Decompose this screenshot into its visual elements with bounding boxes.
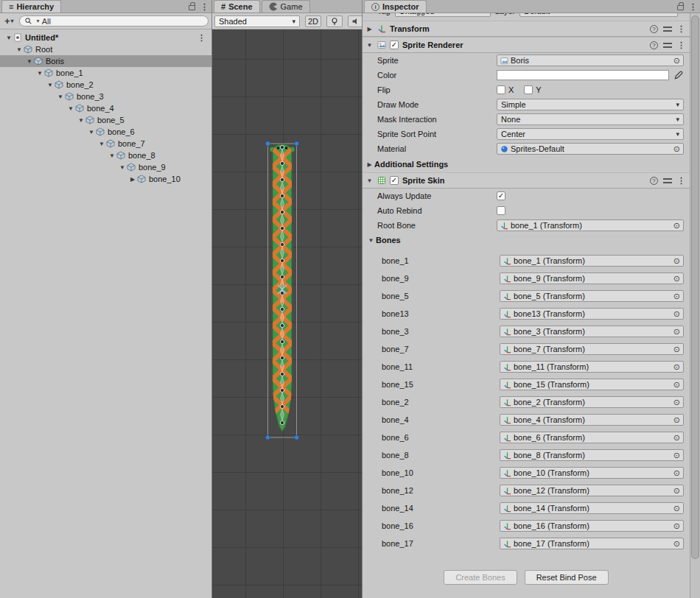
flip-y-checkbox[interactable] <box>524 85 533 94</box>
kebab-icon[interactable]: ⋮ <box>200 3 209 10</box>
bone-object-field[interactable]: bone_11 (Transform) ⊙ <box>500 361 684 373</box>
auto-rebind-checkbox[interactable] <box>497 206 505 215</box>
boris-snake-sprite[interactable] <box>264 138 301 442</box>
foldout-arrow-icon[interactable]: ▼ <box>97 141 106 147</box>
tab-inspector[interactable]: i Inspector <box>364 0 427 13</box>
foldout-arrow-icon[interactable]: ▼ <box>87 129 96 136</box>
material-object-field[interactable]: Sprites-Default ⊙ <box>497 143 684 155</box>
sprite-renderer-component-header[interactable]: ▼ ✓ Sprite Renderer ? ⋮ <box>363 37 690 53</box>
object-picker-icon[interactable]: ⊙ <box>673 415 680 425</box>
tree-row[interactable]: ▼ bone_6 <box>0 126 211 138</box>
object-picker-icon[interactable]: ⊙ <box>673 539 680 549</box>
bone-object-field[interactable]: bone_2 (Transform) ⊙ <box>500 396 684 408</box>
foldout-arrow-icon[interactable]: ▼ <box>77 117 85 124</box>
toggle-2d-button[interactable]: 2D <box>305 15 321 27</box>
component-enabled-checkbox[interactable]: ✓ <box>390 41 399 49</box>
tree-row[interactable]: ▼ bone_5 <box>0 114 211 126</box>
object-picker-icon[interactable]: ⊙ <box>673 309 680 319</box>
bone-object-field[interactable]: bone_4 (Transform) ⊙ <box>500 414 684 426</box>
lock-icon[interactable] <box>677 5 684 10</box>
kebab-icon[interactable]: ⋮ <box>689 3 697 10</box>
reset-bind-pose-button[interactable]: Reset Bind Pose <box>525 570 609 585</box>
foldout-arrow-icon[interactable]: ▼ <box>35 70 44 77</box>
create-object-button[interactable]: + ▾ <box>3 15 15 27</box>
eyedropper-icon[interactable] <box>673 70 684 80</box>
bone-object-field[interactable]: bone_9 (Transform) ⊙ <box>500 272 684 284</box>
sprite-object-field[interactable]: Boris ⊙ <box>497 54 684 66</box>
bone-object-field[interactable]: bone_17 (Transform) ⊙ <box>500 538 684 549</box>
object-picker-icon[interactable]: ⊙ <box>673 274 680 284</box>
presets-icon[interactable] <box>663 26 672 32</box>
transform-component-header[interactable]: ▶ Transform ? ⋮ <box>363 21 690 37</box>
scrollbar-thumb[interactable] <box>691 15 699 559</box>
object-picker-icon[interactable]: ⊙ <box>673 292 680 301</box>
shading-mode-dropdown[interactable]: Shaded ▾ <box>214 15 300 27</box>
presets-icon[interactable] <box>663 177 672 184</box>
foldout-arrow-icon[interactable]: ▼ <box>46 82 55 88</box>
tree-row[interactable]: ▼ bone_8 <box>0 150 211 161</box>
foldout-arrow-icon[interactable]: ▼ <box>4 35 13 41</box>
tree-row[interactable]: ▼ Root <box>0 43 211 55</box>
kebab-icon[interactable]: ⋮ <box>197 34 206 41</box>
sprite-sort-point-dropdown[interactable]: Center ▾ <box>497 128 684 140</box>
tree-row[interactable]: ▶ bone_10 <box>0 173 211 185</box>
tree-row[interactable]: ▼ bone_2 <box>0 79 211 91</box>
color-swatch[interactable] <box>497 70 669 80</box>
kebab-icon[interactable]: ⋮ <box>677 41 685 49</box>
tree-row-selected[interactable]: ▼ Boris <box>0 55 211 67</box>
component-enabled-checkbox[interactable]: ✓ <box>390 176 399 185</box>
bone-object-field[interactable]: bone_14 (Transform) ⊙ <box>500 502 684 514</box>
object-picker-icon[interactable]: ⊙ <box>673 256 680 266</box>
help-icon[interactable]: ? <box>650 177 658 185</box>
tag-dropdown[interactable]: Untagged ▾ <box>395 13 491 17</box>
object-picker-icon[interactable]: ⊙ <box>673 327 680 337</box>
foldout-arrow-icon[interactable]: ▼ <box>25 58 34 65</box>
object-picker-icon[interactable]: ⊙ <box>673 144 680 154</box>
presets-icon[interactable] <box>663 42 672 49</box>
bone-object-field[interactable]: bone_7 (Transform) ⊙ <box>500 343 684 355</box>
scene-viewport[interactable] <box>212 29 362 598</box>
sprite-skin-component-header[interactable]: ▼ ✓ Sprite Skin ? ⋮ <box>363 172 690 189</box>
foldout-arrow-icon[interactable]: ▶ <box>128 176 137 183</box>
create-bones-button[interactable]: Create Bones <box>444 570 517 585</box>
scene-audio-button[interactable] <box>348 15 362 27</box>
bone-object-field[interactable]: bone_16 (Transform) ⊙ <box>500 520 684 532</box>
object-picker-icon[interactable]: ⊙ <box>673 345 680 354</box>
foldout-arrow-icon[interactable]: ▶ <box>365 26 374 32</box>
bone-object-field[interactable]: bone_3 (Transform) ⊙ <box>500 326 684 337</box>
draw-mode-dropdown[interactable]: Simple ▾ <box>497 99 684 110</box>
object-picker-icon[interactable]: ⊙ <box>673 56 680 66</box>
layer-dropdown[interactable]: Default ▾ <box>519 13 678 17</box>
bone-object-field[interactable]: bone13 (Transform) ⊙ <box>500 308 684 320</box>
object-picker-icon[interactable]: ⊙ <box>673 468 680 478</box>
object-picker-icon[interactable]: ⊙ <box>673 521 680 531</box>
inspector-scrollbar[interactable] <box>690 13 700 598</box>
object-picker-icon[interactable]: ⊙ <box>673 362 680 372</box>
kebab-icon[interactable]: ⋮ <box>677 25 685 32</box>
additional-settings-foldout[interactable]: ▶ Additional Settings <box>363 156 690 172</box>
tree-row[interactable]: ▼ bone_1 <box>0 67 211 79</box>
bone-object-field[interactable]: bone_15 (Transform) ⊙ <box>500 379 684 390</box>
bone-object-field[interactable]: bone_6 (Transform) ⊙ <box>500 432 684 443</box>
bone-object-field[interactable]: bone_10 (Transform) ⊙ <box>500 467 684 479</box>
object-picker-icon[interactable]: ⊙ <box>673 380 680 390</box>
tree-row[interactable]: ▼ bone_7 <box>0 138 211 150</box>
object-picker-icon[interactable]: ⊙ <box>673 504 680 513</box>
bones-foldout[interactable]: ▼ Bones <box>363 233 690 247</box>
root-bone-object-field[interactable]: bone_1 (Transform) ⊙ <box>497 219 684 231</box>
foldout-arrow-icon[interactable]: ▼ <box>118 164 127 171</box>
kebab-icon[interactable]: ⋮ <box>677 177 685 184</box>
tab-scene[interactable]: # Scene <box>214 0 260 13</box>
foldout-arrow-icon[interactable]: ▼ <box>66 105 75 112</box>
tree-row[interactable]: ▼ bone_3 <box>0 91 211 102</box>
help-icon[interactable]: ? <box>650 41 658 49</box>
mask-interaction-dropdown[interactable]: None ▾ <box>497 113 684 125</box>
hierarchy-search-input[interactable]: ▾ All <box>19 15 209 27</box>
help-icon[interactable]: ? <box>650 25 658 33</box>
bone-object-field[interactable]: bone_12 (Transform) ⊙ <box>500 485 684 496</box>
bone-object-field[interactable]: bone_5 (Transform) ⊙ <box>500 290 684 302</box>
tree-row[interactable]: ▼ bone_9 <box>0 161 211 173</box>
search-filter-caret-icon[interactable]: ▾ <box>37 18 40 24</box>
tab-game[interactable]: Game <box>262 0 310 13</box>
foldout-arrow-icon[interactable]: ▼ <box>108 152 116 159</box>
